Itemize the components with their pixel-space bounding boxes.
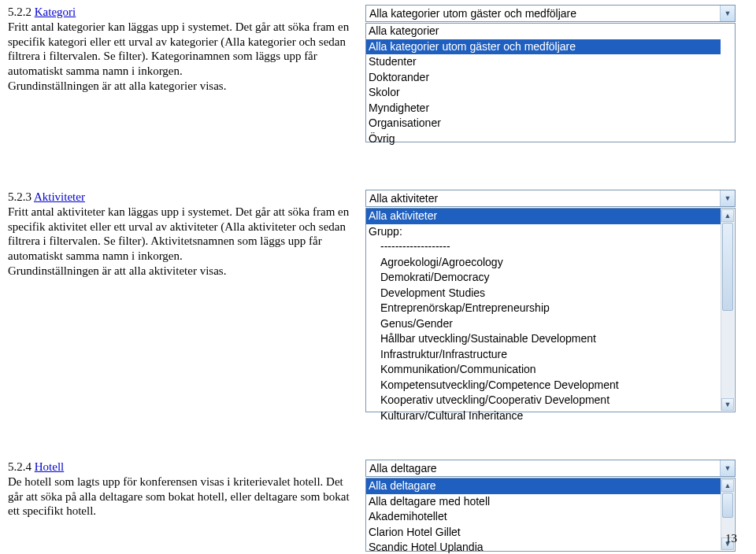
kategori-listbox[interactable]: Alla kategorierAlla kategorier utom gäst… xyxy=(365,23,736,142)
list-item[interactable]: Doktorander xyxy=(366,70,721,86)
scrollbar[interactable]: ▲ ▼ xyxy=(721,209,734,411)
hotell-dropdown-selected: Alla deltagare xyxy=(366,462,720,475)
scroll-thumb[interactable] xyxy=(722,223,733,311)
kategori-text-column: 5.2.2 Kategori Fritt antal kategorier ka… xyxy=(8,5,354,142)
kategori-heading-num: 5.2.2 xyxy=(8,6,35,18)
list-item[interactable]: Alla kategorier xyxy=(366,24,721,39)
kategori-body: Fritt antal kategorier kan läggas upp i … xyxy=(8,20,354,94)
list-item[interactable]: Agroekologi/Agroecology xyxy=(366,255,721,271)
list-item[interactable]: Organisationer xyxy=(366,116,721,131)
aktiviteter-widget-column: Alla aktiviteter ▼ Alla aktiviteterGrupp… xyxy=(365,190,736,412)
aktiviteter-heading-link[interactable]: Aktiviteter xyxy=(34,190,85,203)
aktiviteter-dropdown-selected: Alla aktiviteter xyxy=(366,192,720,205)
chevron-down-icon[interactable]: ▼ xyxy=(720,460,735,476)
scroll-thumb[interactable] xyxy=(722,493,733,518)
list-item[interactable]: Kommunikation/Communication xyxy=(366,362,721,378)
list-item[interactable]: Entreprenörskap/Entrepreneurship xyxy=(366,301,721,316)
scroll-up-icon[interactable]: ▲ xyxy=(721,479,734,492)
list-item[interactable]: ------------------- xyxy=(366,239,721,255)
list-item[interactable]: Myndigheter xyxy=(366,101,721,116)
section-aktiviteter: 5.2.3 Aktiviteter Fritt antal aktivitete… xyxy=(8,190,748,412)
hotell-widget-column: Alla deltagare ▼ Alla deltagareAlla delt… xyxy=(365,460,736,552)
chevron-down-icon[interactable]: ▼ xyxy=(720,190,735,206)
list-item[interactable]: Alla kategorier utom gäster och medfölja… xyxy=(366,39,721,55)
list-item[interactable]: Clarion Hotel Gillet xyxy=(366,525,721,541)
page-number: 13 xyxy=(725,532,737,545)
list-item[interactable]: Kooperativ utveckling/Cooperativ Develop… xyxy=(366,393,721,408)
chevron-down-icon[interactable]: ▼ xyxy=(720,6,735,21)
list-item[interactable]: Alla aktiviteter xyxy=(366,209,721,224)
scroll-up-icon[interactable]: ▲ xyxy=(721,209,734,222)
list-item[interactable]: Scandic Hotel Uplandia xyxy=(366,540,721,554)
section-kategori: 5.2.2 Kategori Fritt antal kategorier ka… xyxy=(8,5,748,142)
list-item[interactable]: Övrig xyxy=(366,131,721,147)
hotell-heading-link[interactable]: Hotell xyxy=(35,460,65,473)
aktiviteter-text-column: 5.2.3 Aktiviteter Fritt antal aktivitete… xyxy=(8,190,354,412)
list-item[interactable]: Alla deltagare med hotell xyxy=(366,494,721,510)
list-item[interactable]: Genus/Gender xyxy=(366,316,721,332)
list-item[interactable]: Skolor xyxy=(366,85,721,101)
kategori-dropdown[interactable]: Alla kategorier utom gäster och medfölja… xyxy=(365,5,736,22)
list-item[interactable]: Alla deltagare xyxy=(366,478,721,494)
hotell-listbox[interactable]: Alla deltagareAlla deltagare med hotellA… xyxy=(365,478,736,552)
kategori-widget-column: Alla kategorier utom gäster och medfölja… xyxy=(365,5,736,142)
list-item[interactable]: Akademihotellet xyxy=(366,509,721,525)
aktiviteter-body: Fritt antal aktiviteter kan läggas upp i… xyxy=(8,205,354,279)
aktiviteter-heading-num: 5.2.3 xyxy=(8,190,34,203)
list-item[interactable]: Studenter xyxy=(366,54,721,70)
hotell-dropdown[interactable]: Alla deltagare ▼ xyxy=(365,460,736,477)
hotell-body: De hotell som lagts upp för konferensen … xyxy=(8,475,354,519)
list-item[interactable]: Kompetensutveckling/Competence Developme… xyxy=(366,378,721,393)
list-item[interactable]: Infrastruktur/Infrastructure xyxy=(366,347,721,363)
scroll-down-icon[interactable]: ▼ xyxy=(721,398,734,411)
kategori-heading-link[interactable]: Kategori xyxy=(35,6,76,18)
list-item[interactable]: Hållbar utveckling/Sustainable Developme… xyxy=(366,331,721,347)
list-item[interactable]: Grupp: xyxy=(366,224,721,240)
list-item[interactable]: Development Studies xyxy=(366,286,721,301)
list-item[interactable]: Demokrati/Democracy xyxy=(366,270,721,286)
aktiviteter-dropdown[interactable]: Alla aktiviteter ▼ xyxy=(365,190,736,207)
list-item[interactable]: Kulturarv/Cultural Inheritance xyxy=(366,408,721,424)
hotell-text-column: 5.2.4 Hotell De hotell som lagts upp för… xyxy=(8,460,354,552)
section-hotell: 5.2.4 Hotell De hotell som lagts upp för… xyxy=(8,460,748,552)
hotell-heading-num: 5.2.4 xyxy=(8,460,35,473)
kategori-dropdown-selected: Alla kategorier utom gäster och medfölja… xyxy=(366,7,720,20)
aktiviteter-listbox[interactable]: Alla aktiviteterGrupp:------------------… xyxy=(365,208,736,412)
